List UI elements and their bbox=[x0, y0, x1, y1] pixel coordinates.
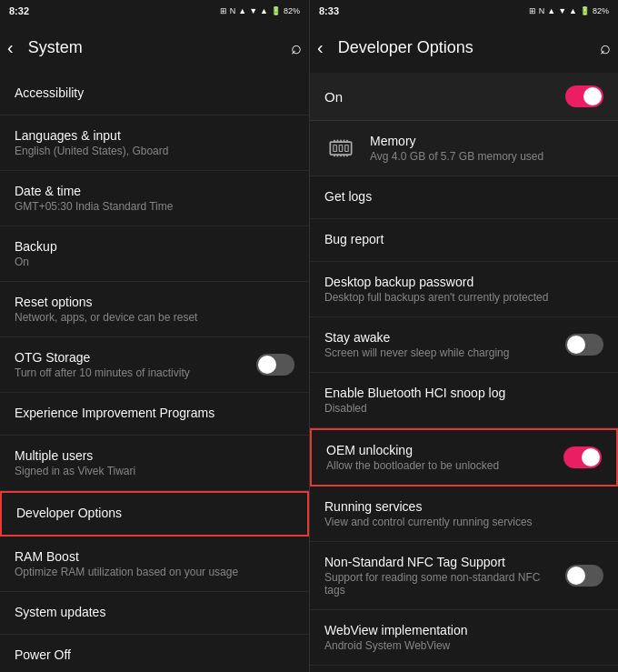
right-time: 8:33 bbox=[319, 5, 339, 16]
oem-unlocking-toggle[interactable] bbox=[563, 446, 602, 468]
menu-item-non-standard-nfc[interactable]: Non-Standard NFC Tag Support Support for… bbox=[310, 542, 618, 610]
left-search-button[interactable]: ⌕ bbox=[291, 37, 302, 58]
menu-item-multiple-users[interactable]: Multiple users Signed in as Vivek Tiwari bbox=[0, 436, 309, 491]
right-toolbar-title: Developer Options bbox=[338, 38, 600, 57]
menu-item-bug-report[interactable]: Bug report bbox=[310, 219, 618, 262]
menu-item-date-time[interactable]: Date & time GMT+05:30 India Standard Tim… bbox=[0, 171, 309, 226]
right-search-button[interactable]: ⌕ bbox=[600, 37, 611, 58]
stay-awake-toggle[interactable] bbox=[565, 334, 603, 356]
menu-item-power-off[interactable]: Power Off bbox=[0, 635, 309, 672]
left-status-icons: ⊞ N ▲ ▼ ▲ 🔋 82% bbox=[220, 6, 300, 15]
otg-storage-toggle[interactable] bbox=[256, 354, 294, 376]
menu-item-bluetooth-hci[interactable]: Enable Bluetooth HCI snoop log Disabled bbox=[310, 373, 618, 428]
developer-on-row[interactable]: On bbox=[310, 73, 618, 121]
menu-item-desktop-backup-password[interactable]: Desktop backup password Desktop full bac… bbox=[310, 262, 618, 317]
memory-item[interactable]: Memory Avg 4.0 GB of 5.7 GB memory used bbox=[310, 121, 618, 176]
menu-item-oem-unlocking[interactable]: OEM unlocking Allow the bootloader to be… bbox=[310, 428, 618, 486]
svg-rect-2 bbox=[339, 145, 343, 152]
menu-item-stay-awake[interactable]: Stay awake Screen will never sleep while… bbox=[310, 317, 618, 373]
menu-item-reset-options[interactable]: Reset options Network, apps, or device c… bbox=[0, 282, 309, 337]
memory-title: Memory bbox=[370, 134, 543, 148]
right-toolbar: ‹ Developer Options ⌕ bbox=[310, 22, 618, 73]
right-back-button[interactable]: ‹ bbox=[317, 37, 324, 58]
left-back-button[interactable]: ‹ bbox=[7, 37, 14, 58]
menu-item-webview-implementation[interactable]: WebView implementation Android System We… bbox=[310, 610, 618, 666]
menu-item-languages-input[interactable]: Languages & input English (United States… bbox=[0, 115, 309, 171]
menu-item-otg-storage[interactable]: OTG Storage Turn off after 10 minutes of… bbox=[0, 337, 309, 393]
developer-on-toggle[interactable] bbox=[565, 85, 603, 107]
developer-on-toggle-thumb bbox=[583, 87, 602, 105]
menu-item-running-services[interactable]: Running services View and control curren… bbox=[310, 486, 618, 542]
developer-on-label: On bbox=[324, 89, 343, 105]
left-toolbar-title: System bbox=[28, 38, 291, 57]
left-panel: 8:32 ⊞ N ▲ ▼ ▲ 🔋 82% ‹ System ⌕ Accessib… bbox=[0, 0, 309, 672]
nfc-tag-support-toggle-thumb bbox=[567, 567, 585, 585]
right-panel: 8:33 ⊞ N ▲ ▼ ▲ 🔋 82% ‹ Developer Options… bbox=[309, 0, 618, 672]
menu-item-ram-boost[interactable]: RAM Boost Optimize RAM utilization based… bbox=[0, 537, 309, 592]
left-toolbar: ‹ System ⌕ bbox=[0, 22, 309, 73]
svg-rect-1 bbox=[334, 145, 337, 152]
stay-awake-toggle-thumb bbox=[567, 336, 585, 354]
oem-unlocking-toggle-thumb bbox=[582, 448, 600, 466]
memory-chip-icon bbox=[324, 132, 357, 165]
menu-item-get-logs[interactable]: Get logs bbox=[310, 176, 618, 219]
left-content: Accessibility Languages & input English … bbox=[0, 73, 309, 672]
menu-item-developer-options[interactable]: Developer Options bbox=[0, 491, 309, 537]
menu-item-experience-improvement[interactable]: Experience Improvement Programs bbox=[0, 393, 309, 436]
menu-item-backup[interactable]: Backup On bbox=[0, 226, 309, 282]
right-content: On bbox=[310, 73, 618, 672]
menu-item-advanced-reboot[interactable]: Advanced reboot When unlocked, reboot it… bbox=[310, 666, 618, 672]
right-status-icons: ⊞ N ▲ ▼ ▲ 🔋 82% bbox=[529, 6, 609, 15]
right-status-bar: 8:33 ⊞ N ▲ ▼ ▲ 🔋 82% bbox=[310, 0, 618, 22]
menu-item-accessibility[interactable]: Accessibility bbox=[0, 73, 309, 115]
menu-item-system-updates[interactable]: System updates bbox=[0, 592, 309, 635]
svg-rect-3 bbox=[345, 145, 349, 152]
left-status-bar: 8:32 ⊞ N ▲ ▼ ▲ 🔋 82% bbox=[0, 0, 309, 22]
memory-subtitle: Avg 4.0 GB of 5.7 GB memory used bbox=[370, 150, 543, 163]
nfc-tag-support-toggle[interactable] bbox=[565, 565, 603, 587]
left-time: 8:32 bbox=[9, 5, 29, 16]
otg-storage-toggle-thumb bbox=[258, 356, 276, 374]
